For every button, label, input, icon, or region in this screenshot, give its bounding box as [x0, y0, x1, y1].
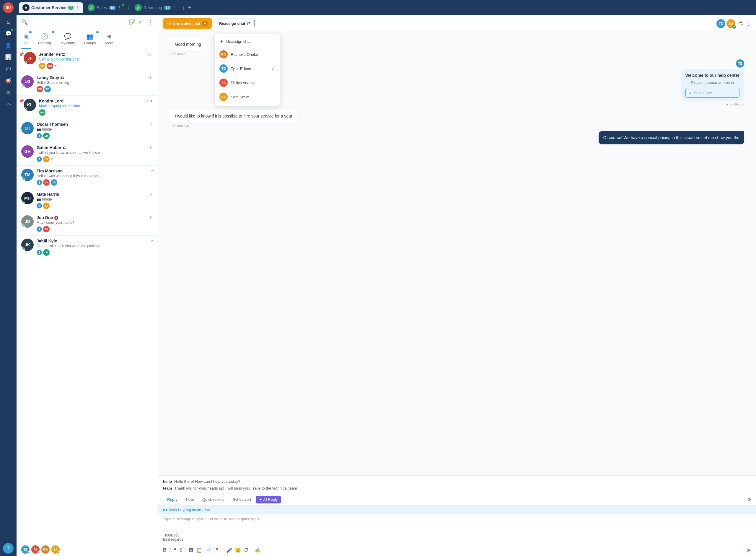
- timer-icon[interactable]: ⏱: [244, 548, 249, 553]
- reply-tab-ai[interactable]: ✦ AI Reply: [256, 496, 280, 503]
- bold-icon[interactable]: B: [163, 548, 167, 553]
- filter-tab-my-chats[interactable]: 💬 My chats: [58, 32, 77, 46]
- filter-more-label: More: [105, 41, 113, 45]
- quote-icon[interactable]: ❝: [174, 548, 176, 553]
- filter-tab-all[interactable]: ◉ All: [21, 32, 31, 46]
- header-agent-te[interactable]: TE: [716, 19, 725, 28]
- chat-name: Kendra Lord: [39, 99, 64, 103]
- emoji-icon[interactable]: 😊: [235, 548, 241, 553]
- tab-menu-cs[interactable]: ⋮: [75, 5, 79, 10]
- pending-icon: 🕐: [41, 33, 48, 40]
- chat-name: Tim Morrison: [37, 169, 63, 173]
- header-agent-sa[interactable]: SA 👁: [726, 19, 735, 28]
- unresolve-dropdown-arrow[interactable]: ▾: [202, 21, 208, 26]
- filter-tab-pending[interactable]: 🕐 Pending: [36, 32, 54, 46]
- chat-info-jahlil-kyle: Jahlil Kyle 9h Great! I will reach you w…: [37, 239, 153, 256]
- send-button[interactable]: ➤: [746, 547, 751, 554]
- tab-menu-recruiting[interactable]: ⋮: [173, 5, 177, 10]
- bottom-agent-te[interactable]: TE: [21, 545, 30, 554]
- image-icon[interactable]: 🖼: [189, 548, 194, 553]
- unassign-option[interactable]: ✈ Unassign chat: [215, 36, 280, 47]
- tab-menu-sales[interactable]: ⋮: [117, 5, 122, 10]
- filter-mychats-label: My chats: [61, 41, 75, 45]
- reply-tab-note[interactable]: Note: [182, 494, 198, 505]
- bottom-agent-ro[interactable]: RO: [41, 545, 49, 554]
- agent-tylor-edben[interactable]: TE Tylor Edben ✓: [215, 61, 280, 76]
- filter-icon[interactable]: ⚗: [738, 21, 743, 27]
- chat-info-oscar-thomsen: Oscar Thomsen 5h 📷 Image 1 LR: [37, 122, 153, 139]
- sidebar-item-contacts[interactable]: 👤: [3, 40, 13, 51]
- unread-badge: 8: [37, 203, 42, 208]
- tab-sep-2: |: [182, 6, 185, 10]
- bottom-agents-bar: TE PA RO SA: [16, 543, 158, 556]
- chat-info-jon-doe: Jon Doe 🔇 8h May I know your name? 1 PA: [37, 215, 153, 232]
- more-options-icon[interactable]: ⋮: [148, 19, 153, 25]
- list-icon: ≡: [689, 90, 692, 96]
- tab-customer-service[interactable]: A Customer Service 7 ⋮: [19, 2, 83, 13]
- bot-title: Welcome to our help center: [685, 72, 740, 78]
- compose-icon[interactable]: 📝: [129, 19, 136, 25]
- italic-icon[interactable]: I: [170, 548, 171, 553]
- chat-item-tim-morrison[interactable]: TM 🤖 Tim Morrison 6h Hello! I was wonder…: [16, 166, 158, 189]
- chat-item-gatlin-huber[interactable]: GH 🤖 Gatlin Huber 🏷 6h I will let you kn…: [16, 142, 158, 166]
- add-tab-button[interactable]: +: [186, 3, 194, 13]
- signature-icon[interactable]: ✍: [255, 548, 261, 553]
- canned-item-hello[interactable]: hello Hello there! How can I help you to…: [163, 478, 751, 485]
- reply-tab-scheduled[interactable]: Scheduled: [229, 494, 255, 505]
- sidebar-item-reports[interactable]: 📊: [3, 52, 13, 63]
- bottom-agent-sa[interactable]: SA: [51, 545, 60, 554]
- chat-item-laney-gray[interactable]: LG 🤖 Laney Gray 🏷 13h Hello! Good mornin…: [16, 72, 158, 96]
- chat-item-kendra-lord[interactable]: 📌 KL 🤖 Kendra Lord 17h ▼ Ma: [16, 96, 158, 119]
- sidebar-item-help[interactable]: ?: [3, 543, 13, 554]
- tab-recruiting[interactable]: A Recruiting 14 ⋮: [131, 2, 180, 13]
- chat-item-jahlil-kyle[interactable]: JK 🤖 Jahlil Kyle 9h Great! I will reach …: [16, 236, 158, 259]
- unread-badge: 1: [37, 133, 42, 138]
- chat-main-panel: ☉ Unresolve chat ▾ Reassign chat ⇄ ✈ Una…: [158, 15, 756, 556]
- filter-tab-groups[interactable]: 👥 Groups: [82, 32, 98, 46]
- chat-item-oscar-thomsen[interactable]: OT 🤖 Oscar Thomsen 5h 📷 Image 1 LR: [16, 119, 158, 142]
- chat-item-jennifer-fritz[interactable]: 📌 JF 🤖 Jennifer Fritz 13h Sam is typing …: [16, 49, 158, 72]
- select-one-button[interactable]: ≡ Select one: [685, 88, 740, 98]
- reassign-chat-button[interactable]: Reassign chat ⇄: [215, 19, 254, 28]
- sidebar-item-labels[interactable]: 🏷: [3, 64, 13, 74]
- reply-tab-quick-replies[interactable]: Quick replies: [198, 494, 229, 505]
- chat-item-mate-harris[interactable]: MH 🤖 Mate Harris 7h 📷 Image 8 SA: [16, 189, 158, 212]
- user-avatar[interactable]: SU: [3, 2, 13, 13]
- strikethrough-icon[interactable]: S: [179, 548, 182, 553]
- all-badge: [29, 31, 32, 33]
- canned-value: Hello there! How can I help you today?: [174, 479, 240, 484]
- more-options-header-icon[interactable]: ⋮: [746, 21, 751, 27]
- chat-preview: Mark is typing on this chat...: [39, 104, 153, 108]
- sidebar-item-developer[interactable]: </>: [3, 99, 13, 110]
- search-icon[interactable]: 🔍: [21, 19, 28, 25]
- chat-preview: May I know your name?: [37, 220, 153, 225]
- dropdown-arrow-icon[interactable]: ▼: [150, 99, 153, 103]
- label-icon[interactable]: 🏷: [139, 19, 144, 25]
- agent-phillys-adams[interactable]: PA Phillys Adams: [215, 76, 280, 90]
- circle-icon: ☉: [167, 21, 171, 26]
- note-tab-label: Note: [186, 497, 194, 502]
- sidebar-item-chat[interactable]: 💬: [3, 28, 13, 39]
- reassign-wrapper: Reassign chat ⇄ ✈ Unassign chat RO Roche…: [215, 19, 254, 28]
- location-icon[interactable]: 📍: [214, 548, 220, 553]
- sidebar-item-settings[interactable]: ⚙: [3, 88, 13, 98]
- chat-item-jon-doe[interactable]: JD 🤖 Jon Doe 🔇 8h May I know your name? …: [16, 212, 158, 236]
- unresolve-chat-button[interactable]: ☉ Unresolve chat ▾: [163, 18, 212, 29]
- bottom-agent-pa[interactable]: PA: [31, 545, 40, 554]
- reply-input[interactable]: Type a message or type "/" in order to s…: [158, 514, 756, 532]
- agent-avatar-sa: SA: [219, 93, 228, 101]
- doc-icon[interactable]: 📄: [205, 548, 211, 553]
- audio-icon[interactable]: 🎤: [226, 548, 232, 553]
- filter-tab-more[interactable]: ⊕ More: [103, 32, 115, 46]
- sidebar-item-home[interactable]: ⌂: [3, 16, 13, 27]
- reply-settings-icon[interactable]: ⚙: [747, 497, 751, 502]
- agent-sam-smith[interactable]: SA Sam Smith: [215, 90, 280, 104]
- agent-rochelle-oneke[interactable]: RO Rochelle Oneke: [215, 47, 280, 61]
- agent-name-te: Tylor Edben: [231, 66, 251, 71]
- sidebar-item-campaigns[interactable]: 📢: [3, 76, 13, 86]
- canned-item-team[interactable]: team Thank you for your heads up! I will…: [163, 485, 751, 492]
- file-icon[interactable]: 📋: [196, 548, 202, 553]
- unread-badge: 1: [37, 250, 42, 255]
- reply-tab-reply[interactable]: Reply: [163, 494, 182, 505]
- tab-sales[interactable]: A Sales 10 ⋮: [84, 2, 125, 13]
